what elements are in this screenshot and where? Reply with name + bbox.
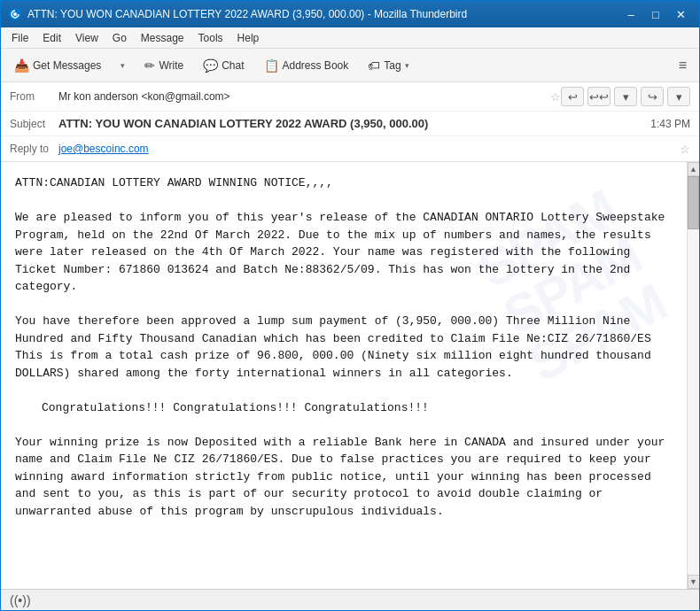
tag-icon: 🏷: [368, 58, 380, 73]
toolbar: 📥 Get Messages ▾ ✏ Write 💬 Chat 📋 Addres…: [1, 49, 699, 82]
menu-file[interactable]: File: [4, 30, 35, 46]
chat-label: Chat: [222, 59, 244, 72]
more-button[interactable]: ▾: [667, 87, 690, 106]
scroll-down-button[interactable]: ▼: [688, 575, 700, 589]
menu-edit[interactable]: Edit: [35, 30, 68, 46]
from-row: From Mr kon anderson <kon@gmail.com> ☆ ↩…: [1, 82, 699, 112]
reply-controls: ↩ ↩↩ ▾ ↪ ▾: [561, 87, 690, 106]
tag-button[interactable]: 🏷 Tag ▾: [360, 55, 416, 76]
congratulations-line: Congratulations!!! Congratulations!!! Co…: [15, 399, 673, 417]
title-bar-left: ATTN: YOU WON CANADIAN LOTTERY 2022 AWAR…: [8, 7, 467, 21]
menu-help[interactable]: Help: [230, 30, 267, 46]
status-bar: ((•)): [1, 589, 699, 610]
get-messages-button[interactable]: 📥 Get Messages: [6, 55, 109, 76]
paragraph-3: Your winning prize is now Deposited with…: [15, 434, 673, 521]
minimize-button[interactable]: –: [619, 5, 642, 23]
write-button[interactable]: ✏ Write: [136, 55, 191, 76]
from-label: From: [10, 90, 58, 103]
subject-value: ATTN: YOU WON CANADIAN LOTTERY 2022 AWAR…: [58, 117, 650, 130]
write-label: Write: [159, 59, 183, 72]
email-body: SPAMSPAMSPAM ATTN:CANADIAN LOTTERY AWARD…: [1, 162, 687, 589]
thunderbird-window: ATTN: YOU WON CANADIAN LOTTERY 2022 AWAR…: [0, 0, 700, 611]
reply-to-value[interactable]: joe@bescoinc.com: [58, 143, 674, 155]
menu-bar: File Edit View Go Message Tools Help: [1, 27, 699, 49]
chat-button[interactable]: 💬 Chat: [195, 55, 252, 76]
dropdown-arrow-icon: ▾: [121, 61, 125, 70]
from-star-icon[interactable]: ☆: [550, 90, 561, 104]
window-title: ATTN: YOU WON CANADIAN LOTTERY 2022 AWAR…: [27, 8, 467, 20]
write-icon: ✏: [144, 58, 155, 73]
svg-point-1: [13, 12, 17, 16]
thunderbird-icon: [8, 7, 22, 21]
email-header: From Mr kon anderson <kon@gmail.com> ☆ ↩…: [1, 82, 699, 162]
scroll-track[interactable]: [688, 176, 699, 575]
subject-row: Subject ATTN: YOU WON CANADIAN LOTTERY 2…: [1, 112, 699, 136]
title-bar: ATTN: YOU WON CANADIAN LOTTERY 2022 AWAR…: [1, 1, 699, 27]
scroll-up-button[interactable]: ▲: [688, 162, 700, 176]
email-body-container: SPAMSPAMSPAM ATTN:CANADIAN LOTTERY AWARD…: [1, 162, 699, 589]
close-button[interactable]: ✕: [669, 5, 692, 23]
menu-tools[interactable]: Tools: [191, 30, 230, 46]
chat-icon: 💬: [203, 58, 218, 73]
hamburger-button[interactable]: ≡: [672, 55, 694, 76]
reply-to-star-icon[interactable]: ☆: [680, 143, 690, 156]
reply-all-button[interactable]: ↩↩: [587, 87, 611, 106]
menu-message[interactable]: Message: [134, 30, 191, 46]
connection-status-icon: ((•)): [10, 593, 31, 607]
dropdown-button[interactable]: ▾: [614, 87, 637, 106]
menu-view[interactable]: View: [68, 30, 105, 46]
paragraph-2: You have therefore been approved a lump …: [15, 313, 673, 382]
forward-button[interactable]: ↪: [641, 87, 664, 106]
subject-label: Subject: [10, 118, 58, 130]
get-messages-dropdown[interactable]: ▾: [113, 58, 133, 73]
tag-label: Tag: [384, 59, 401, 72]
reply-button[interactable]: ↩: [561, 87, 584, 106]
window-controls: – □ ✕: [619, 5, 692, 23]
address-book-icon: 📋: [264, 58, 279, 73]
email-time: 1:43 PM: [650, 118, 690, 130]
heading-line: ATTN:CANADIAN LOTTERY AWARD WINNING NOTI…: [15, 174, 673, 192]
tag-dropdown-icon: ▾: [405, 61, 409, 70]
address-book-label: Address Book: [283, 59, 349, 72]
menu-go[interactable]: Go: [105, 30, 134, 46]
scroll-thumb[interactable]: [688, 176, 699, 229]
get-messages-label: Get Messages: [33, 59, 101, 72]
body-text: ATTN:CANADIAN LOTTERY AWARD WINNING NOTI…: [15, 174, 673, 520]
address-book-button[interactable]: 📋 Address Book: [256, 55, 357, 76]
get-messages-icon: 📥: [14, 58, 29, 73]
paragraph-1: We are pleased to inform you of this yea…: [15, 209, 673, 296]
reply-to-row: Reply to joe@bescoinc.com ☆: [1, 136, 699, 161]
from-value: Mr kon anderson <kon@gmail.com>: [58, 90, 545, 103]
reply-to-label: Reply to: [10, 143, 58, 155]
scrollbar[interactable]: ▲ ▼: [687, 162, 699, 589]
maximize-button[interactable]: □: [644, 5, 667, 23]
